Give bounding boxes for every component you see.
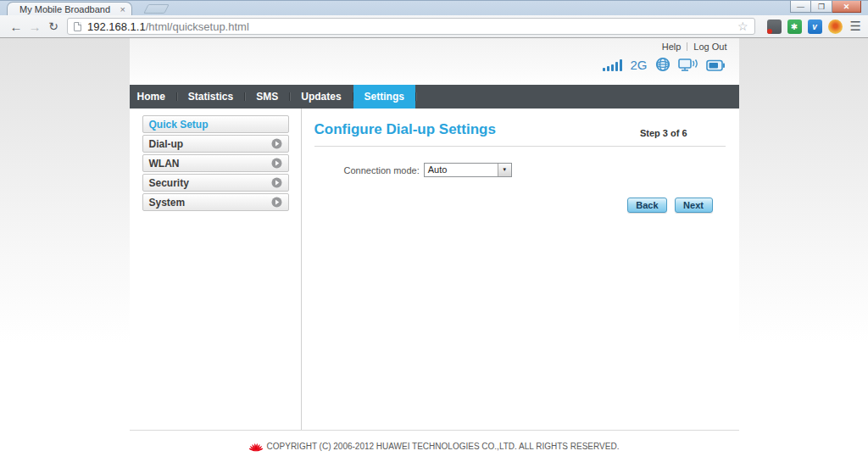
copyright-text: COPYRIGHT (C) 2006-2012 HUAWEI TECHNOLOG…: [267, 442, 620, 451]
next-button[interactable]: Next: [675, 198, 713, 213]
minimize-button[interactable]: —: [790, 1, 811, 13]
network-mode-label: 2G: [630, 58, 647, 72]
tab-strip: My Mobile Broadband × — ❐ ✕: [0, 0, 868, 15]
extension-icons: ✱ v: [767, 19, 843, 34]
forward-icon: →: [25, 19, 44, 34]
content-row: Quick Setup Dial-up WLAN Security: [130, 109, 739, 430]
reload-icon[interactable]: ↻: [44, 19, 63, 33]
nav-item-statistics[interactable]: Statistics: [177, 85, 244, 109]
extension-icon[interactable]: ✱: [787, 19, 802, 34]
sidebar-item-label: Quick Setup: [149, 119, 209, 131]
nav-item-settings[interactable]: Settings: [353, 85, 415, 109]
sidebar-item-quick-setup[interactable]: Quick Setup: [142, 115, 289, 133]
page-icon: [74, 22, 81, 31]
connected-device-icon: [678, 58, 698, 72]
bookmark-star-icon[interactable]: ☆: [737, 20, 748, 32]
sidebar-item-label: Dial-up: [149, 138, 184, 150]
status-icons: 2G: [602, 57, 725, 72]
close-button[interactable]: ✕: [832, 1, 861, 13]
nav-item-updates[interactable]: Updates: [290, 85, 352, 109]
sidebar-item-security[interactable]: Security: [142, 174, 289, 192]
connection-mode-row: Connection mode: Auto ▼: [314, 163, 726, 177]
url-path: /html/quicksetup.html: [146, 20, 249, 33]
browser-toolbar: ← → ↻ 192.168.1.1/html/quicksetup.html ☆…: [0, 15, 868, 38]
help-link[interactable]: Help: [662, 42, 682, 52]
nav-item-home[interactable]: Home: [130, 85, 176, 109]
tab-title: My Mobile Broadband: [19, 4, 119, 14]
step-indicator: Step 3 of 6: [640, 128, 726, 138]
page-background: Help Log Out 2G: [0, 38, 868, 462]
sidebar-item-label: System: [149, 197, 186, 209]
sidebar-item-label: Security: [149, 177, 189, 189]
chevron-right-icon: [271, 158, 282, 169]
wizard-buttons: Back Next: [314, 198, 726, 213]
url-domain: 192.168.1.1: [87, 20, 146, 33]
settings-sidebar: Quick Setup Dial-up WLAN Security: [130, 109, 302, 430]
back-icon[interactable]: ←: [7, 19, 25, 34]
chevron-right-icon: [271, 177, 282, 188]
logout-link[interactable]: Log Out: [693, 42, 726, 52]
page-footer: COPYRIGHT (C) 2006-2012 HUAWEI TECHNOLOG…: [130, 430, 739, 462]
tab-close-icon[interactable]: ×: [119, 5, 127, 14]
dropdown-arrow-icon[interactable]: ▼: [498, 164, 511, 176]
header-links: Help Log Out: [662, 42, 727, 52]
signal-strength-icon: [602, 58, 622, 72]
chevron-right-icon: [271, 138, 282, 149]
sidebar-item-wlan[interactable]: WLAN: [142, 154, 289, 172]
sidebar-item-label: WLAN: [149, 158, 180, 170]
url-text[interactable]: 192.168.1.1/html/quicksetup.html: [87, 20, 249, 33]
main-navigation: Home Statistics SMS Updates Settings: [130, 85, 739, 109]
extension-icon[interactable]: [828, 19, 843, 34]
page-column: Help Log Out 2G: [130, 38, 739, 462]
page-title: Configure Dial-up Settings: [314, 121, 496, 138]
sidebar-item-dial-up[interactable]: Dial-up: [142, 135, 289, 153]
title-row: Configure Dial-up Settings Step 3 of 6: [314, 121, 726, 138]
extension-icon[interactable]: [767, 19, 782, 34]
browser-tab[interactable]: My Mobile Broadband ×: [7, 2, 132, 15]
chrome-menu-icon[interactable]: ☰: [850, 19, 861, 34]
maximize-button[interactable]: ❐: [811, 1, 832, 13]
browser-chrome: My Mobile Broadband × — ❐ ✕ ← → ↻ 192.16…: [0, 0, 868, 38]
main-panel: Configure Dial-up Settings Step 3 of 6 C…: [302, 109, 739, 430]
nav-item-sms[interactable]: SMS: [245, 85, 289, 109]
chevron-right-icon: [271, 197, 282, 208]
selected-option: Auto: [428, 164, 448, 175]
sidebar-item-system[interactable]: System: [142, 193, 289, 211]
link-divider: [687, 42, 687, 51]
roaming-globe-icon: [655, 57, 670, 72]
new-tab-button[interactable]: [143, 4, 170, 14]
window-controls: — ❐ ✕: [790, 1, 861, 13]
page-header: Help Log Out 2G: [130, 38, 739, 85]
title-divider: [314, 146, 726, 147]
connection-mode-select[interactable]: Auto ▼: [424, 163, 512, 177]
extension-icon[interactable]: v: [808, 19, 822, 34]
connection-mode-label: Connection mode:: [344, 165, 420, 175]
battery-icon: [706, 59, 726, 72]
nav-divider: [415, 92, 416, 101]
address-bar[interactable]: 192.168.1.1/html/quicksetup.html ☆: [67, 18, 755, 35]
back-button[interactable]: Back: [627, 198, 666, 213]
huawei-logo-icon: [249, 441, 263, 452]
